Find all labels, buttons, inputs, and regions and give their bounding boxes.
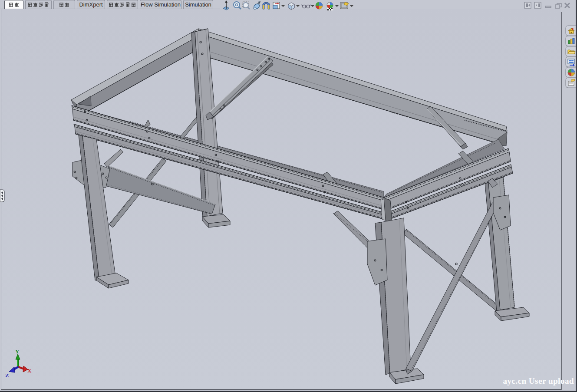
svg-text:Y: Y [15,348,20,355]
svg-text:Z: Z [5,372,9,379]
svg-text:X: X [27,367,32,374]
